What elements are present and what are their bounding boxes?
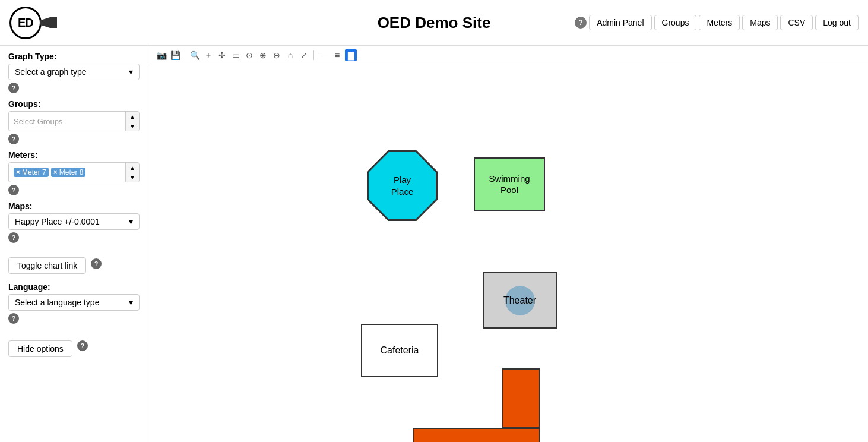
toolbar-lasso[interactable]: ⊙: [243, 49, 255, 61]
graph-type-dropdown[interactable]: Select a graph type: [8, 64, 140, 80]
toolbar-bar[interactable]: ≡: [331, 49, 343, 61]
theater-shape[interactable]: Theater: [483, 272, 557, 329]
housing-top-rect: [502, 368, 540, 428]
groups-multiselect[interactable]: Select Groups ▲ ▼: [8, 111, 140, 131]
cafeteria-shape[interactable]: Cafeteria: [361, 324, 438, 377]
logo: ED: [9, 5, 57, 40]
language-dropdown[interactable]: Select a language type: [8, 294, 140, 311]
groups-arrow[interactable]: ▲ ▼: [125, 112, 139, 131]
maps-value: Happy Place +/-0.0001: [15, 217, 100, 226]
toolbar-sep1: [185, 50, 185, 60]
toolbar-expand[interactable]: ⤢: [298, 49, 310, 61]
meters-multiselect[interactable]: × Meter 7 × Meter 8 ▲ ▼: [8, 162, 140, 182]
meter7-label: Meter 7: [22, 168, 46, 176]
meters-label: Meters:: [8, 150, 140, 160]
toolbar-move[interactable]: ✢: [216, 49, 228, 61]
groups-help[interactable]: ?: [8, 134, 19, 144]
meter7-tag[interactable]: × Meter 7: [14, 168, 49, 177]
logout-button[interactable]: Log out: [815, 15, 859, 30]
play-place-shape[interactable]: PlayPlace: [369, 152, 436, 219]
toolbar-plus[interactable]: ＋: [202, 49, 214, 61]
toolbar-camera[interactable]: 📷: [156, 49, 167, 61]
maps-dropdown[interactable]: Happy Place +/-0.0001: [8, 213, 140, 230]
toolbar-zoom-out[interactable]: ⊖: [271, 49, 283, 61]
logo-circle: ED: [9, 7, 42, 39]
hide-options-row: Hide options ?: [8, 332, 140, 357]
language-help[interactable]: ?: [8, 313, 19, 324]
map-area: 📷 💾 🔍 ＋ ✢ ▭ ⊙ ⊕ ⊖ ⌂ ⤢ — ≡ ▇ PlayPlace: [148, 46, 868, 442]
meters-arrow-down[interactable]: ▼: [126, 172, 139, 182]
meters-help[interactable]: ?: [8, 185, 19, 195]
swimming-pool-shape[interactable]: SwimmingPool: [474, 157, 545, 211]
meter7-remove[interactable]: ×: [16, 168, 20, 176]
toolbar-home[interactable]: ⌂: [284, 49, 296, 61]
map-canvas: PlayPlace SwimmingPool Theater Cafeteria…: [148, 65, 868, 442]
meter8-label: Meter 8: [59, 168, 84, 176]
toolbar-zoom[interactable]: 🔍: [189, 49, 201, 61]
logo-text: ED: [18, 16, 33, 30]
groups-arrow-up[interactable]: ▲: [126, 112, 139, 121]
meters-arrow[interactable]: ▲ ▼: [125, 163, 139, 182]
meter8-tag[interactable]: × Meter 8: [51, 168, 86, 177]
toggle-help[interactable]: ?: [91, 258, 102, 269]
nav-buttons: ? Admin Panel Groups Meters Maps CSV Log…: [575, 15, 859, 30]
meters-button[interactable]: Meters: [699, 15, 740, 30]
language-value: Select a language type: [15, 298, 99, 307]
sidebar: Graph Type: Select a graph type ? Groups…: [0, 46, 148, 442]
maps-label: Maps:: [8, 201, 140, 211]
meters-input[interactable]: × Meter 7 × Meter 8: [9, 163, 125, 182]
toolbar-sep2: [313, 50, 314, 60]
meter8-remove[interactable]: ×: [53, 168, 58, 176]
chart-toolbar: 📷 💾 🔍 ＋ ✢ ▭ ⊙ ⊕ ⊖ ⌂ ⤢ — ≡ ▇: [148, 46, 868, 65]
toolbar-save[interactable]: 💾: [169, 49, 181, 61]
groups-placeholder: Select Groups: [14, 117, 62, 126]
meters-arrow-up[interactable]: ▲: [126, 163, 139, 172]
page-title: OED Demo Site: [378, 14, 491, 32]
toggle-chart-link-button[interactable]: Toggle chart link: [8, 257, 86, 274]
theater-label: Theater: [503, 295, 536, 306]
language-label: Language:: [8, 282, 140, 292]
hide-options-button[interactable]: Hide options: [8, 340, 72, 357]
help-icon[interactable]: ?: [575, 17, 587, 29]
logo-horn: [40, 17, 57, 28]
groups-arrow-down[interactable]: ▼: [126, 121, 139, 131]
groups-button[interactable]: Groups: [654, 15, 697, 30]
maps-button[interactable]: Maps: [742, 15, 778, 30]
toolbar-line[interactable]: —: [318, 49, 330, 61]
maps-help[interactable]: ?: [8, 232, 19, 243]
toolbar-zoom-in[interactable]: ⊕: [257, 49, 269, 61]
housing-bottom-rect: Housing: [413, 428, 540, 442]
hide-options-help[interactable]: ?: [77, 340, 88, 351]
csv-button[interactable]: CSV: [780, 15, 813, 30]
groups-label: Groups:: [8, 99, 140, 109]
toolbar-rect[interactable]: ▭: [230, 49, 242, 61]
graph-type-label: Graph Type:: [8, 52, 140, 61]
main-layout: Graph Type: Select a graph type ? Groups…: [0, 46, 868, 442]
graph-type-help[interactable]: ?: [8, 83, 19, 93]
graph-type-value: Select a graph type: [15, 67, 87, 77]
header: ED OED Demo Site ? Admin Panel Groups Me…: [0, 0, 868, 46]
toolbar-map[interactable]: ▇: [345, 49, 357, 61]
toggle-row: Toggle chart link ?: [8, 251, 140, 274]
groups-input[interactable]: Select Groups: [9, 112, 125, 131]
admin-panel-button[interactable]: Admin Panel: [589, 15, 651, 30]
